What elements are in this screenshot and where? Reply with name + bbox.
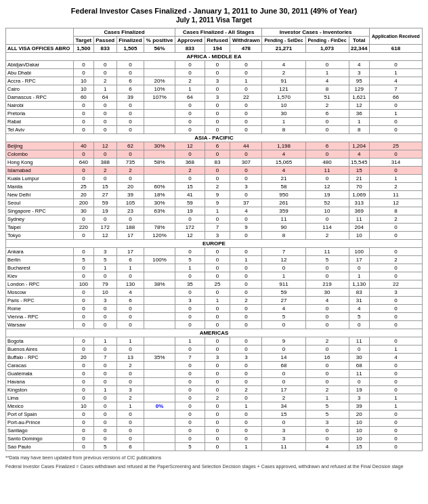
ic_total-cell: 0 — [349, 321, 369, 329]
cf_pct-cell — [144, 264, 175, 272]
cfa_refused-cell: 0 — [205, 126, 230, 134]
table-row: New Delhi20273918%4190950191,06911 — [6, 191, 423, 199]
app_received-cell: 0 — [369, 272, 422, 280]
cfa_refused-cell: 0 — [205, 313, 230, 321]
ic_pending_findec-cell: 6 — [305, 110, 349, 118]
app_received-cell: 1 — [369, 394, 422, 402]
cfa_refused-cell: 3 — [205, 232, 230, 240]
cfa_approved-cell: 15 — [175, 183, 205, 191]
office-cell: Cairo — [6, 85, 74, 93]
cfa_refused-cell: 0 — [205, 305, 230, 313]
ic_pending_findec-cell: 16 — [305, 354, 349, 362]
cf_passed-cell: 0 — [93, 118, 116, 126]
ic_pending_findec-cell: 30 — [305, 289, 349, 297]
cf_target-cell: 0 — [74, 264, 94, 272]
cf_target-cell: 60 — [74, 93, 94, 102]
ic_pending_selec-cell: 359 — [262, 207, 305, 215]
cfa_refused-cell: 0 — [205, 321, 230, 329]
ic_pending_findec-cell: 0 — [305, 370, 349, 378]
cfa_withdrawn-cell: 0 — [230, 362, 262, 370]
cf_pct-cell — [144, 69, 175, 77]
footnote1: **Data may have been updated from previo… — [5, 455, 423, 460]
ic_pending_selec-cell: 7 — [262, 248, 305, 256]
cfa_refused-cell: 0 — [205, 345, 230, 354]
cfa_refused-cell: 0 — [205, 110, 230, 118]
app_received-cell: 66 — [369, 93, 422, 102]
app_received-cell: 618 — [369, 45, 422, 53]
cf_target-cell: 10 — [74, 402, 94, 411]
cfa_withdrawn-cell: 0 — [230, 378, 262, 386]
cfa_approved-cell: 0 — [175, 102, 205, 110]
app_received-cell: 0 — [369, 232, 422, 240]
office-cell: Kuala Lumpur — [6, 175, 74, 183]
cfa_refused-cell: 0 — [205, 69, 230, 77]
cf_pct-cell: 56% — [144, 45, 175, 53]
app_received-cell: 8 — [369, 207, 422, 215]
cf_pct-cell — [144, 362, 175, 370]
table-row: Islamabad022200411150 — [6, 167, 423, 175]
cf_finalized-cell: 4 — [116, 289, 144, 297]
table-row: ASIA - PACIFIC — [6, 134, 423, 142]
cfa_approved-cell: 0 — [175, 110, 205, 118]
cfa_withdrawn-cell: 0 — [230, 305, 262, 313]
cf_target-cell: 640 — [74, 159, 94, 167]
table-row: Santiago00000030100 — [6, 427, 423, 435]
cf_target-cell: 0 — [74, 61, 94, 69]
cf_target-cell: 0 — [74, 362, 94, 370]
table-row: Santo Domingo00000030100 — [6, 435, 423, 443]
ic_total-cell: 21 — [349, 175, 369, 183]
cf_target-cell: 0 — [74, 118, 94, 126]
ic_total-cell: 30 — [349, 354, 369, 362]
cfa_refused-cell: 1 — [205, 207, 230, 215]
table-row: Buenos Aires0000000001 — [6, 345, 423, 354]
cfa_approved-cell: 0 — [175, 175, 205, 183]
cfa_withdrawn-cell: 37 — [230, 199, 262, 207]
cfa_withdrawn-cell: 0 — [230, 175, 262, 183]
ic_total-cell: 11 — [349, 215, 369, 224]
app_received-cell: 22 — [369, 280, 422, 289]
cf_target-cell: 20 — [74, 354, 94, 362]
cf_finalized-cell: 6 — [116, 85, 144, 93]
ic_pending_selec-cell: 0 — [262, 370, 305, 378]
cfa_approved-cell: 1 — [175, 85, 205, 93]
ic_pending_selec-cell: 4 — [262, 305, 305, 313]
app_received-cell: 0 — [369, 337, 422, 345]
app_received-cell: 314 — [369, 159, 422, 167]
cf_pct-cell — [144, 110, 175, 118]
cf-pct-header: % positive — [144, 37, 175, 45]
office-cell: Kingston — [6, 386, 74, 394]
office-cell: Seoul — [6, 199, 74, 207]
cf_target-cell: 0 — [74, 313, 94, 321]
cf_passed-cell: 0 — [93, 402, 116, 411]
office-cell: Sydney — [6, 215, 74, 224]
cf_target-cell: 0 — [74, 232, 94, 240]
cfa_withdrawn-cell: 1 — [230, 402, 262, 411]
cfa_withdrawn-cell: 3 — [230, 354, 262, 362]
ic_pending_findec-cell: 2 — [305, 102, 349, 110]
ic_pending_selec-cell: 10 — [262, 102, 305, 110]
cfa_approved-cell: 0 — [175, 394, 205, 402]
ic_total-cell: 369 — [349, 207, 369, 215]
cf_finalized-cell: 105 — [116, 199, 144, 207]
cf_target-cell: 0 — [74, 69, 94, 77]
cfa_refused-cell: 6 — [205, 142, 230, 150]
cfa_approved-cell: 1 — [175, 337, 205, 345]
cf_finalized-cell: 6 — [116, 443, 144, 451]
cf_finalized-cell: 62 — [116, 142, 144, 150]
cfa_refused-cell: 0 — [205, 272, 230, 280]
table-row: Abidjan/Dakar0000004040 — [6, 61, 423, 69]
ic_pending_findec-cell: 480 — [305, 159, 349, 167]
ic_total-cell: 36 — [349, 110, 369, 118]
app_received-cell: 0 — [369, 362, 422, 370]
cf_target-cell: 0 — [74, 215, 94, 224]
cf_passed-cell: 2 — [93, 167, 116, 175]
app_received-cell: 1 — [369, 110, 422, 118]
app_received-cell: 0 — [369, 321, 422, 329]
ic_total-cell: 19 — [349, 386, 369, 394]
cfa_withdrawn-cell: 0 — [230, 345, 262, 354]
cf_passed-cell: 7 — [93, 354, 116, 362]
cf_target-cell: 10 — [74, 77, 94, 85]
table-row: Kingston013002172190 — [6, 386, 423, 394]
table-row: Nairobi000000102120 — [6, 102, 423, 110]
ic_pending_findec-cell: 5 — [305, 402, 349, 411]
